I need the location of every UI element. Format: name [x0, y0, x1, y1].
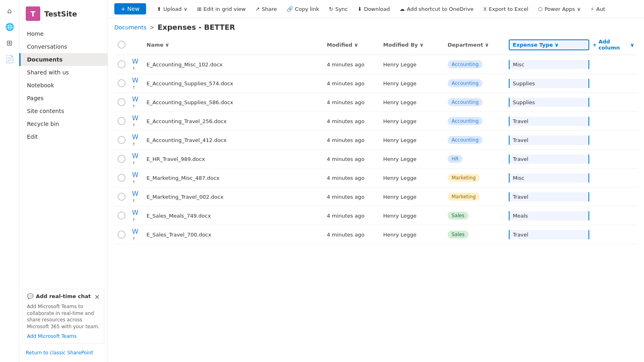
share-button[interactable]: ↗ Share	[251, 4, 281, 14]
row-modified-by: Henry Legge	[380, 230, 444, 239]
row-select-checkbox[interactable]	[118, 193, 126, 201]
table-row[interactable]: W ↑ E_Sales_Meals_749.docx 4 minutes ago…	[114, 206, 638, 225]
row-checkbox[interactable]	[114, 134, 129, 146]
chat-close-button[interactable]: ✕	[95, 293, 100, 301]
row-checkbox[interactable]	[114, 78, 129, 89]
header-modified[interactable]: Modified ∨	[324, 40, 380, 49]
row-checkbox[interactable]	[114, 115, 129, 127]
export-excel-button[interactable]: X Export to Excel	[479, 4, 532, 14]
row-select-checkbox[interactable]	[118, 98, 126, 106]
new-button[interactable]: + New	[114, 3, 146, 14]
row-filetype: W ↑	[129, 150, 143, 167]
download-icon: ⬇	[357, 6, 362, 12]
row-modified: 4 minutes ago	[324, 230, 380, 239]
rail-file-icon[interactable]: 📄	[2, 51, 17, 66]
sidebar-item-site-contents[interactable]: Site contents	[19, 105, 107, 117]
word-file-icon: W	[132, 114, 138, 122]
sidebar-item-home[interactable]: Home	[19, 27, 107, 40]
copy-link-button[interactable]: 🔗 Copy link	[283, 4, 323, 14]
row-modified-by: Henry Legge	[380, 98, 444, 107]
link-icon: 🔗	[287, 6, 293, 12]
sidebar-item-conversations[interactable]: Conversations	[19, 40, 107, 53]
row-modified: 4 minutes ago	[324, 173, 380, 183]
site-header: T TestSite	[19, 3, 107, 27]
sidebar-item-pages[interactable]: Pages	[19, 92, 107, 105]
row-select-checkbox[interactable]	[118, 174, 126, 182]
sidebar-item-edit[interactable]: Edit	[19, 130, 107, 143]
row-checkbox[interactable]	[114, 153, 129, 165]
row-expense-type: Travel	[509, 230, 589, 239]
power-apps-button[interactable]: ⬡ Power Apps ∨	[534, 4, 585, 14]
breadcrumb-parent[interactable]: Documents	[114, 24, 147, 31]
row-select-checkbox[interactable]	[118, 117, 126, 125]
return-classic-link[interactable]: Return to classic SharePoint	[19, 347, 107, 359]
powerapps-chevron-icon: ∨	[577, 6, 581, 12]
header-department[interactable]: Department ∨	[444, 40, 509, 49]
row-name: E_Marketing_Misc_487.docx	[143, 173, 324, 183]
rail-apps-icon[interactable]: ⊞	[2, 35, 17, 50]
sidebar-item-notebook[interactable]: Notebook	[19, 79, 107, 92]
row-select-checkbox[interactable]	[118, 212, 126, 220]
row-name: E_Accounting_Travel_412.docx	[143, 136, 324, 145]
row-checkbox[interactable]	[114, 97, 129, 108]
row-extra	[589, 138, 638, 142]
site-name: TestSite	[44, 10, 77, 18]
row-filetype: W ↑	[129, 226, 143, 243]
row-modified: 4 minutes ago	[324, 79, 380, 88]
row-name: E_Accounting_Travel_256.docx	[143, 117, 324, 126]
row-expense-type: Travel	[509, 154, 589, 164]
row-checkbox[interactable]	[114, 229, 129, 240]
word-file-icon: W	[132, 133, 138, 141]
add-shortcut-button[interactable]: ☁ Add shortcut to OneDrive	[396, 4, 478, 14]
row-extra	[589, 157, 638, 160]
sidebar-item-shared[interactable]: Shared with us	[19, 66, 107, 79]
automate-button[interactable]: ⚡ Aut	[586, 4, 609, 14]
row-expense-type: Travel	[509, 192, 589, 202]
row-select-checkbox[interactable]	[118, 136, 126, 144]
table-row[interactable]: W ↑ E_Sales_Travel_700.docx 4 minutes ag…	[114, 225, 638, 244]
row-checkbox[interactable]	[114, 210, 129, 221]
table-row[interactable]: W ↑ E_Accounting_Supplies_574.docx 4 min…	[114, 74, 638, 93]
add-teams-link[interactable]: Add Microsoft Teams	[27, 333, 100, 339]
edit-grid-button[interactable]: ⊞ Edit in grid view	[193, 4, 250, 14]
sidebar-item-documents[interactable]: Documents	[19, 53, 107, 66]
breadcrumb-current: Expenses - BETTER	[158, 23, 235, 31]
header-expense-type[interactable]: Expense Type ∨	[509, 39, 589, 50]
row-select-checkbox[interactable]	[118, 230, 126, 239]
table-row[interactable]: W ↑ E_Accounting_Supplies_586.docx 4 min…	[114, 93, 638, 112]
download-button[interactable]: ⬇ Download	[353, 4, 394, 14]
header-name[interactable]: Name ∨	[143, 40, 324, 49]
row-filetype: W ↑	[129, 94, 143, 111]
header-modified-by[interactable]: Modified By ∨	[380, 40, 444, 49]
department-col-label: Department	[448, 42, 483, 48]
rail-home-icon[interactable]: ⌂	[2, 3, 17, 18]
row-checkbox[interactable]	[114, 59, 129, 70]
row-select-checkbox[interactable]	[118, 79, 126, 87]
table-row[interactable]: W ↑ E_HR_Travel_989.docx 4 minutes ago H…	[114, 150, 638, 169]
table-row[interactable]: W ↑ E_Accounting_Travel_256.docx 4 minut…	[114, 112, 638, 131]
row-checkbox[interactable]	[114, 172, 129, 183]
upload-button[interactable]: ⬆ Upload ∨	[153, 4, 192, 14]
rail-globe-icon[interactable]: 🌐	[2, 19, 17, 34]
row-modified-by: Henry Legge	[380, 136, 444, 145]
select-all-checkbox[interactable]	[118, 41, 126, 49]
upload-icon: ⬆	[157, 6, 161, 12]
table-row[interactable]: W ↑ E_Marketing_Travel_002.docx 4 minute…	[114, 187, 638, 206]
table-row[interactable]: W ↑ E_Accounting_Misc_102.docx 4 minutes…	[114, 55, 638, 74]
pin-icon: ↑	[132, 123, 135, 128]
add-column-button[interactable]: + Add column ∨	[589, 37, 638, 52]
breadcrumb: Documents > Expenses - BETTER	[108, 18, 644, 35]
table-row[interactable]: W ↑ E_Accounting_Travel_412.docx 4 minut…	[114, 131, 638, 150]
row-select-checkbox[interactable]	[118, 60, 126, 68]
sidebar-item-recycle[interactable]: Recycle bin	[19, 117, 107, 130]
automate-icon: ⚡	[590, 6, 594, 12]
row-select-checkbox[interactable]	[118, 155, 126, 163]
row-checkbox[interactable]	[114, 191, 129, 202]
upload-chevron-icon: ∨	[184, 6, 188, 12]
sync-button[interactable]: ↻ Sync	[325, 4, 352, 14]
file-rows: W ↑ E_Accounting_Misc_102.docx 4 minutes…	[114, 55, 638, 244]
word-file-icon: W	[132, 209, 138, 216]
table-row[interactable]: W ↑ E_Marketing_Misc_487.docx 4 minutes …	[114, 169, 638, 187]
word-file-icon: W	[132, 171, 138, 179]
chat-panel-header: 💬 Add real-time chat ✕	[27, 293, 100, 301]
